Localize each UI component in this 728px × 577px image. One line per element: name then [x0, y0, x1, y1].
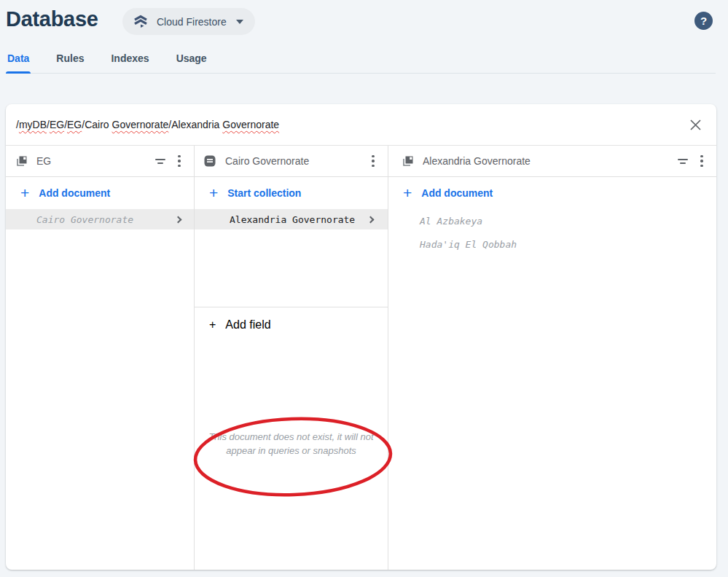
tab-indexes[interactable]: Indexes — [109, 50, 150, 73]
chevron-down-icon — [236, 20, 243, 24]
page-title: Database — [6, 7, 98, 31]
notice-line-2: appear in queries or snapshots — [205, 444, 377, 458]
path-bar: /myDB/EG/EG/Cairo Governorate/Alexandria… — [6, 104, 716, 146]
document-row-cairo-governorate[interactable]: Cairo Governorate — [6, 209, 194, 229]
document-row-hadaiq-el-qobbah[interactable]: Hada'iq El Qobbah — [388, 232, 716, 256]
plus-icon: + — [209, 185, 218, 200]
start-collection-label: Start collection — [227, 187, 301, 199]
add-document-label: Add document — [421, 187, 493, 199]
plus-icon: + — [403, 185, 412, 200]
collection-name: Alexandria Governorate — [230, 214, 368, 225]
database-selector-dropdown[interactable]: Cloud Firestore — [122, 8, 255, 35]
close-icon[interactable] — [686, 115, 705, 134]
filter-icon[interactable] — [677, 157, 689, 165]
tab-bar: Data Rules Indexes Usage — [6, 50, 716, 74]
document-row-al-azbakeya[interactable]: Al Azbakeya — [388, 209, 716, 232]
path-segment: EG — [67, 119, 82, 130]
document-name: Al Azbakeya — [420, 216, 482, 227]
path-segment: Cairo — [85, 119, 111, 130]
collection-column-eg: EG + Add document Cairo Governorate — [6, 146, 195, 570]
collection-icon — [15, 154, 28, 168]
collection-row-alexandria-governorate[interactable]: Alexandria Governorate — [195, 209, 388, 229]
firestore-logo-icon — [133, 14, 149, 30]
add-document-button[interactable]: + Add document — [388, 177, 716, 209]
firestore-columns: EG + Add document Cairo Governorate — [6, 146, 716, 570]
question-mark-icon: ? — [700, 15, 707, 27]
fields-divider — [195, 307, 388, 307]
collection-column-alexandria-governorate: Alexandria Governorate + Add document Al… — [388, 146, 716, 570]
add-field-button[interactable]: + Add field — [195, 309, 388, 341]
more-options-icon[interactable] — [175, 154, 184, 168]
tab-data[interactable]: Data — [6, 50, 31, 73]
add-field-label: Add field — [225, 318, 270, 331]
start-collection-button[interactable]: + Start collection — [195, 177, 388, 209]
path-segment: Alexandria — [171, 119, 222, 130]
document-name: Hada'iq El Qobbah — [420, 239, 517, 250]
path-input[interactable]: /myDB/EG/EG/Cairo Governorate/Alexandria… — [16, 119, 686, 130]
help-button[interactable]: ? — [694, 12, 713, 30]
plus-icon: + — [20, 185, 29, 200]
database-selector-label: Cloud Firestore — [157, 16, 227, 28]
path-segment: Governorate — [112, 119, 169, 130]
collection-icon — [401, 154, 414, 168]
document-title: Cairo Governorate — [225, 155, 360, 167]
document-column-header: Cairo Governorate — [195, 146, 388, 177]
path-segment: myDB — [19, 119, 47, 130]
notice-line-1: This document does not exist, it will no… — [205, 430, 377, 444]
more-options-icon[interactable] — [697, 154, 706, 168]
path-segment: EG — [50, 119, 64, 130]
tab-usage[interactable]: Usage — [175, 50, 208, 73]
add-document-button[interactable]: + Add document — [6, 177, 194, 209]
filter-icon[interactable] — [154, 157, 166, 165]
collection-column-header: Alexandria Governorate — [388, 146, 716, 177]
plus-icon: + — [209, 318, 216, 331]
chevron-right-icon — [175, 216, 182, 223]
chevron-right-icon — [367, 216, 375, 223]
collection-title: Alexandria Governorate — [423, 155, 668, 167]
document-column-cairo-governorate: Cairo Governorate + Start collection Ale… — [195, 146, 388, 570]
path-segment: Governorate — [222, 119, 279, 130]
document-not-exist-notice: This document does not exist, it will no… — [195, 430, 388, 458]
add-document-label: Add document — [39, 187, 110, 199]
document-name: Cairo Governorate — [36, 214, 176, 225]
firestore-database-page: Database Cloud Firestore ? Data Rules In… — [0, 0, 728, 577]
document-icon — [203, 154, 216, 168]
more-options-icon[interactable] — [369, 154, 377, 168]
collection-column-header: EG — [6, 146, 194, 177]
tab-rules[interactable]: Rules — [55, 50, 85, 73]
collection-title: EG — [36, 155, 146, 167]
firestore-data-panel: /myDB/EG/EG/Cairo Governorate/Alexandria… — [6, 104, 716, 570]
